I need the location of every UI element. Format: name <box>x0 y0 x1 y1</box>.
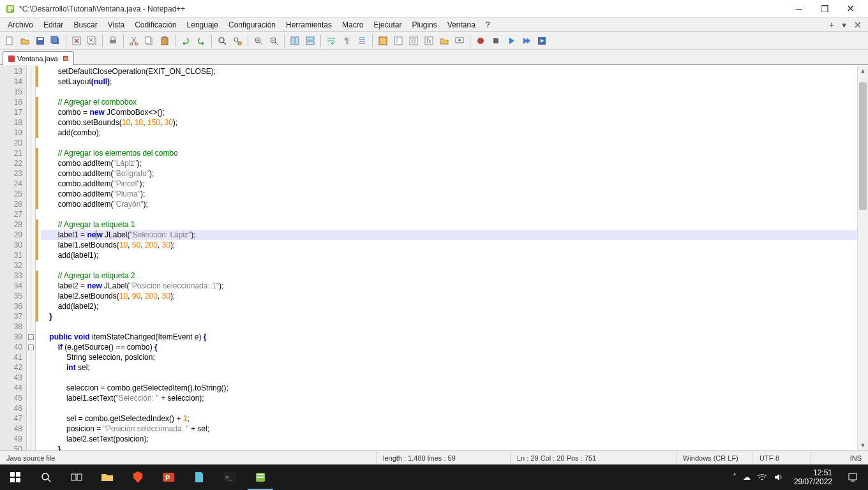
scroll-thumb[interactable] <box>859 82 867 210</box>
paste-icon[interactable] <box>158 34 172 48</box>
save-macro-icon[interactable] <box>535 34 549 48</box>
status-filetype: Java source file <box>0 451 377 464</box>
svg-rect-45 <box>71 474 76 480</box>
menu-editar[interactable]: Editar <box>38 19 68 31</box>
line-number-gutter: 1314151617181920212223242526272829303132… <box>0 65 27 450</box>
window-title: *C:\Desarrollo\Tutorial\Ventana.java - N… <box>19 4 185 13</box>
clock-time: 12:51 <box>794 468 832 477</box>
notepadpp-taskbar-icon[interactable] <box>245 464 276 490</box>
redo-icon[interactable] <box>194 34 208 48</box>
scroll-up-icon[interactable]: ▲ <box>858 65 868 76</box>
svg-rect-46 <box>77 474 82 480</box>
svg-rect-54 <box>849 473 857 480</box>
menu-herramientas[interactable]: Herramientas <box>281 19 337 31</box>
code-area[interactable]: setDefaultCloseOperation(EXIT_ON_CLOSE);… <box>38 65 857 450</box>
menu-ventana[interactable]: Ventana <box>442 19 481 31</box>
tab-close-icon[interactable]: ⊠ <box>63 54 68 63</box>
minimize-button[interactable]: ─ <box>786 0 812 18</box>
sync-h-icon[interactable] <box>303 34 317 48</box>
svg-rect-31 <box>396 38 398 43</box>
stop-macro-icon[interactable] <box>489 34 503 48</box>
language-icon[interactable] <box>376 34 390 48</box>
function-list-icon[interactable]: fx <box>422 34 436 48</box>
print-icon[interactable] <box>106 34 120 48</box>
maximize-button[interactable]: ❐ <box>812 0 837 18</box>
doc-list-icon[interactable] <box>407 34 421 48</box>
wordwrap-icon[interactable] <box>324 34 338 48</box>
app-icon-generic[interactable] <box>184 464 214 490</box>
save-all-icon[interactable] <box>49 34 63 48</box>
monitor-icon[interactable] <box>453 34 467 48</box>
show-all-chars-icon[interactable]: ¶ <box>340 34 354 48</box>
menu-macro[interactable]: Macro <box>337 19 368 31</box>
app-icon <box>5 4 15 14</box>
menu-vista[interactable]: Vista <box>103 19 130 31</box>
copy-icon[interactable] <box>142 34 156 48</box>
overflow-close-icon[interactable]: ✕ <box>850 19 865 31</box>
notifications-icon[interactable] <box>837 464 868 490</box>
brave-browser-icon[interactable] <box>123 464 153 490</box>
replace-icon[interactable] <box>230 34 244 48</box>
status-eol[interactable]: Windows (CR LF) <box>677 451 753 464</box>
status-length: length : 1,480 lines : 59 <box>377 451 511 464</box>
svg-rect-52 <box>257 474 264 475</box>
play-multi-icon[interactable] <box>520 34 534 48</box>
overflow-down-icon[interactable]: ▾ <box>838 19 850 31</box>
overflow-plus-icon[interactable]: + <box>825 19 838 31</box>
menu-archivo[interactable]: Archivo <box>3 19 38 31</box>
zoom-out-icon[interactable] <box>267 34 281 48</box>
status-insert-mode[interactable]: INS <box>844 451 868 464</box>
undo-icon[interactable] <box>179 34 193 48</box>
status-encoding[interactable]: UTF-8 <box>753 451 811 464</box>
sync-v-icon[interactable] <box>288 34 302 48</box>
svg-rect-43 <box>16 478 20 482</box>
menu-help[interactable]: ? <box>481 19 495 31</box>
play-macro-icon[interactable] <box>504 34 518 48</box>
save-icon[interactable] <box>33 34 47 48</box>
tabbar: Ventana.java ⊠ <box>0 50 868 65</box>
menu-plugins[interactable]: Plugins <box>407 19 442 31</box>
svg-point-20 <box>219 38 224 43</box>
close-all-icon[interactable] <box>85 34 99 48</box>
windows-taskbar: P >_ ˄ ☁ 12:51 29/07/2022 <box>0 464 868 490</box>
chevron-up-icon[interactable]: ˄ <box>733 473 737 482</box>
svg-rect-8 <box>51 36 57 43</box>
menu-buscar[interactable]: Buscar <box>68 19 102 31</box>
svg-text:P: P <box>165 474 170 482</box>
start-button[interactable] <box>0 464 31 490</box>
svg-rect-1 <box>8 6 13 8</box>
zoom-in-icon[interactable] <box>251 34 266 48</box>
indent-guide-icon[interactable] <box>355 34 369 48</box>
system-tray[interactable]: ˄ ☁ <box>726 473 789 482</box>
folder-workspace-icon[interactable] <box>437 34 451 48</box>
volume-icon[interactable] <box>774 473 782 482</box>
taskbar-clock[interactable]: 12:51 29/07/2022 <box>789 468 837 486</box>
find-icon[interactable] <box>215 34 229 48</box>
wifi-icon[interactable] <box>757 473 767 482</box>
terminal-icon[interactable]: >_ <box>214 464 245 490</box>
close-button[interactable]: ✕ <box>837 0 863 18</box>
menubar: Archivo Editar Buscar Vista Codificación… <box>0 18 868 32</box>
svg-rect-18 <box>161 38 168 45</box>
new-file-icon[interactable] <box>3 34 17 48</box>
menu-ejecutar[interactable]: Ejecutar <box>368 19 407 31</box>
open-file-icon[interactable] <box>18 34 32 48</box>
close-file-icon[interactable] <box>70 34 84 48</box>
fold-column[interactable]: -- <box>27 65 36 450</box>
cut-icon[interactable] <box>127 34 141 48</box>
unsaved-indicator-icon <box>8 56 15 62</box>
record-macro-icon[interactable] <box>474 34 488 48</box>
file-explorer-icon[interactable] <box>92 464 123 490</box>
vertical-scrollbar[interactable]: ▲ ▼ <box>857 65 868 450</box>
task-view-icon[interactable] <box>61 464 92 490</box>
search-icon[interactable] <box>31 464 61 490</box>
file-tab[interactable]: Ventana.java ⊠ <box>3 51 74 65</box>
doc-map-icon[interactable] <box>391 34 405 48</box>
scroll-down-icon[interactable]: ▼ <box>858 440 868 450</box>
menu-configuracion[interactable]: Configuración <box>223 19 281 31</box>
menu-codificacion[interactable]: Codificación <box>130 19 181 31</box>
menu-lenguaje[interactable]: Lenguaje <box>182 19 223 31</box>
powerpoint-icon[interactable]: P <box>153 464 184 490</box>
svg-point-15 <box>135 43 138 45</box>
onedrive-icon[interactable]: ☁ <box>743 473 751 482</box>
